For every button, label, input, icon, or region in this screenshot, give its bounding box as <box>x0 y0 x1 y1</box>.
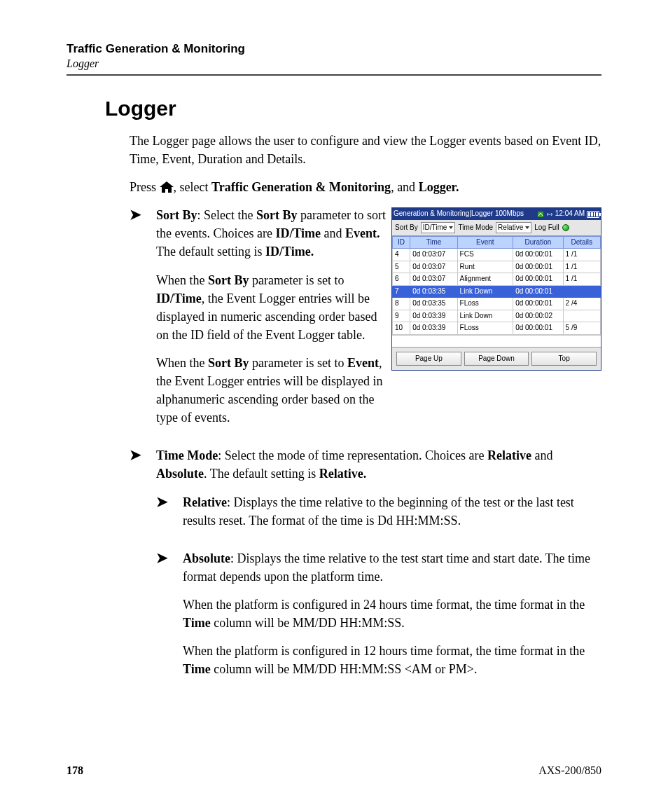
txt: and <box>531 448 553 462</box>
cell-time: 0d 0:03:35 <box>410 285 457 298</box>
top-button[interactable]: Top <box>531 352 597 366</box>
txt: parameter is set to <box>249 356 347 370</box>
cell-time: 0d 0:03:07 <box>410 261 457 273</box>
sortby-event-paragraph: When the Sort By parameter is set to Eve… <box>156 354 389 427</box>
txt: and <box>321 226 345 240</box>
txt: ID/Time <box>275 226 321 240</box>
cell-id: 7 <box>393 285 410 298</box>
sortby-dropdown[interactable]: ID/Time <box>421 222 456 233</box>
cell-id: 10 <box>393 322 410 335</box>
page-title: Logger <box>105 97 601 121</box>
txt: Sort By <box>208 356 249 370</box>
col-time[interactable]: Time <box>410 236 457 249</box>
absolute-12h-paragraph: When the platform is configured in 12 ho… <box>183 642 601 678</box>
table-row[interactable]: 100d 0:03:39FLoss0d 00:00:015 /9 <box>393 322 601 335</box>
page-footer: 178 AXS-200/850 <box>67 764 601 777</box>
header-rule <box>67 74 601 76</box>
home-icon <box>160 181 174 193</box>
timemode-label: Time Mode <box>458 223 493 233</box>
txt: : Select the mode of time representation… <box>218 448 487 462</box>
txt: parameter is set to <box>249 273 344 287</box>
press-mid: , select <box>174 180 211 194</box>
press-nav2: Logger. <box>419 180 459 194</box>
table-row[interactable]: 60d 0:03:07Alignment0d 00:00:011 /1 <box>393 273 601 286</box>
timemode-value: Relative <box>498 223 523 233</box>
txt: ID/Time. <box>265 245 314 259</box>
timemode-lead: Time Mode: Select the mode of time repre… <box>156 446 601 483</box>
cell-event: Link Down <box>457 310 513 322</box>
cell-details: 5 /9 <box>563 322 600 335</box>
chevron-down-icon <box>525 226 529 229</box>
txt: : Displays the time relative to the begi… <box>183 495 574 528</box>
cell-event: FLoss <box>457 322 513 335</box>
chapter-title: Traffic Generation & Monitoring <box>67 42 601 56</box>
txt: : Select the <box>197 208 256 222</box>
absolute-24h-paragraph: When the platform is configured in 24 ho… <box>183 596 601 632</box>
cell-time: 0d 0:03:39 <box>410 310 457 322</box>
timemode-dropdown[interactable]: Relative <box>496 222 531 233</box>
cell-event: FLoss <box>457 298 513 310</box>
txt: Sort By <box>256 208 298 222</box>
bullet-arrow-icon: ➤ <box>156 493 183 510</box>
cell-details: 2 /4 <box>563 298 600 310</box>
intro-paragraph: The Logger page allows the user to confi… <box>130 132 601 168</box>
table-row[interactable]: 80d 0:03:35FLoss0d 00:00:012 /4 <box>393 298 601 310</box>
pagedown-button[interactable]: Page Down <box>464 352 529 366</box>
cell-id: 4 <box>393 249 410 261</box>
table-row[interactable]: 70d 0:03:35Link Down0d 00:00:01 <box>393 285 601 298</box>
link-status-icon <box>537 211 544 218</box>
press-instruction: Press , select Traffic Generation & Moni… <box>130 178 601 196</box>
battery-icon <box>587 211 599 218</box>
pageup-button[interactable]: Page Up <box>396 352 461 366</box>
cell-time: 0d 0:03:07 <box>410 273 457 286</box>
device-title-text: Generation & Monitoring|Logger 100Mbps <box>394 209 524 219</box>
txt: When the <box>156 273 208 287</box>
table-row[interactable]: 40d 0:03:07FCS0d 00:00:011 /1 <box>393 249 601 261</box>
cell-details: 1 /1 <box>563 249 600 261</box>
txt: Absolute <box>156 467 204 481</box>
sortby-idtime-paragraph: When the Sort By parameter is set to ID/… <box>156 271 389 344</box>
txt: When the <box>156 356 208 370</box>
table-row[interactable]: 50d 0:03:07Runt0d 00:00:011 /1 <box>393 261 601 273</box>
sortby-lead: Sort By: Select the Sort By parameter to… <box>156 206 389 261</box>
net-icon <box>546 211 553 218</box>
device-controls: Sort By ID/Time Time Mode Relative Log F… <box>392 220 601 236</box>
logfull-label: Log Full <box>534 223 559 233</box>
cell-event: Alignment <box>457 273 513 286</box>
doc-id: AXS-200/850 <box>538 764 601 777</box>
logfull-led-icon <box>562 224 569 231</box>
txt: Event <box>347 356 379 370</box>
txt: Event. <box>345 226 380 240</box>
cell-duration: 0d 00:00:01 <box>513 285 563 298</box>
device-screenshot: Generation & Monitoring|Logger 100Mbps 1… <box>391 207 601 371</box>
bullet-sort-by: ➤ Sort By: Select the Sort By parameter … <box>130 206 382 436</box>
col-event[interactable]: Event <box>457 236 513 249</box>
cell-id: 8 <box>393 298 410 310</box>
txt: . The default setting is <box>204 467 319 481</box>
cell-event: Runt <box>457 261 513 273</box>
cell-time: 0d 0:03:35 <box>410 298 457 310</box>
cell-details <box>563 310 600 322</box>
cell-time: 0d 0:03:07 <box>410 249 457 261</box>
cell-event: FCS <box>457 249 513 261</box>
cell-duration: 0d 00:00:02 <box>513 310 563 322</box>
cell-duration: 0d 00:00:01 <box>513 273 563 286</box>
txt: column will be MM/DD HH:MM:SS <AM or PM>… <box>211 662 478 676</box>
chevron-down-icon <box>449 226 453 229</box>
cell-id: 5 <box>393 261 410 273</box>
cell-details: 1 /1 <box>563 273 600 286</box>
bullet-arrow-icon: ➤ <box>130 206 156 223</box>
txt: ID/Time <box>156 291 202 305</box>
device-titlebar: Generation & Monitoring|Logger 100Mbps 1… <box>392 208 601 220</box>
txt: When the platform is configured in 24 ho… <box>183 598 585 612</box>
txt: Time <box>183 662 211 676</box>
table-row[interactable]: 90d 0:03:39Link Down0d 00:00:02 <box>393 310 601 322</box>
col-details[interactable]: Details <box>563 236 600 249</box>
col-id[interactable]: ID <box>393 236 410 249</box>
cell-event: Link Down <box>457 285 513 298</box>
col-duration[interactable]: Duration <box>513 236 563 249</box>
table-header-row: ID Time Event Duration Details <box>393 236 601 249</box>
event-logger-table: ID Time Event Duration Details 40d 0:03:… <box>392 236 601 335</box>
txt: Sort By <box>208 273 249 287</box>
txt: : Displays the time relative to the test… <box>183 551 590 584</box>
